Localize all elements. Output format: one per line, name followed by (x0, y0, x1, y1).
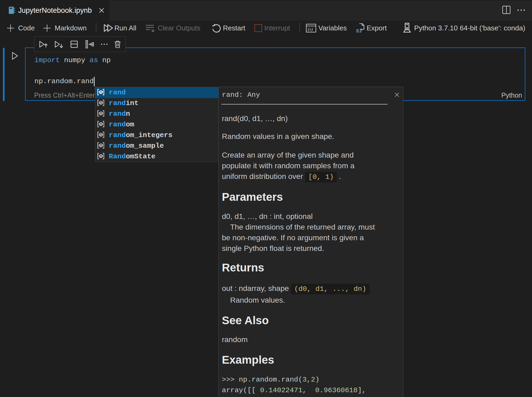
svg-text:(x): (x) (308, 27, 313, 32)
